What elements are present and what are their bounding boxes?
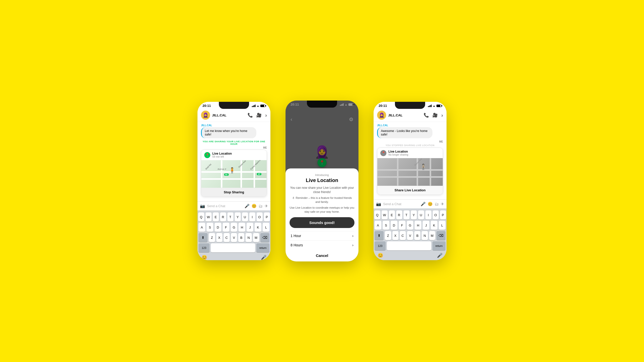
p3-key-delete[interactable]: ⌫ bbox=[436, 231, 446, 240]
video-icon[interactable]: 🎥 bbox=[256, 113, 262, 118]
key-k[interactable]: K bbox=[255, 223, 261, 232]
one-hour-option[interactable]: 1 Hour › bbox=[290, 231, 354, 240]
phone-3-input[interactable]: Send a Chat bbox=[383, 201, 419, 207]
p3-key-v[interactable]: V bbox=[407, 231, 413, 240]
phone-3-mic-icon[interactable]: 🎤 bbox=[421, 202, 426, 206]
phone-3-loc-icon[interactable]: ✈ bbox=[441, 202, 444, 206]
key-g[interactable]: G bbox=[231, 223, 237, 232]
p3-key-c[interactable]: C bbox=[400, 231, 406, 240]
phone-3-video-icon[interactable]: 🎥 bbox=[432, 113, 438, 118]
p3-key-z[interactable]: Z bbox=[385, 231, 391, 240]
key-q[interactable]: Q bbox=[198, 212, 204, 221]
p3-key-j[interactable]: J bbox=[423, 221, 429, 230]
p3-key-s[interactable]: S bbox=[383, 221, 389, 230]
phone-3-map: Ocean Ave 🧍 bbox=[377, 158, 443, 186]
p3-key-k[interactable]: K bbox=[431, 221, 437, 230]
key-m[interactable]: M bbox=[253, 233, 259, 242]
phone-1-input[interactable]: Send a Chat bbox=[207, 203, 243, 209]
key-i[interactable]: I bbox=[249, 212, 255, 221]
emoji-icon[interactable]: 😊 bbox=[252, 204, 257, 208]
p3-key-t[interactable]: T bbox=[404, 210, 410, 219]
key-w[interactable]: W bbox=[206, 212, 212, 221]
p3-key-123[interactable]: 123 bbox=[375, 241, 386, 250]
key-a[interactable]: A bbox=[198, 223, 205, 232]
p3-key-return[interactable]: return bbox=[432, 241, 446, 250]
phone-3-avatar: 🧕 bbox=[377, 111, 386, 120]
p3-key-n[interactable]: N bbox=[422, 231, 428, 240]
key-s[interactable]: S bbox=[207, 223, 213, 232]
key-e[interactable]: E bbox=[213, 212, 219, 221]
eight-hours-option[interactable]: 8 Hours › bbox=[290, 240, 354, 250]
phone-3-emoji-keyboard-icon[interactable]: 😊 bbox=[378, 253, 383, 258]
key-delete[interactable]: ⌫ bbox=[260, 233, 269, 242]
p3-key-x[interactable]: X bbox=[392, 231, 398, 240]
key-l[interactable]: L bbox=[263, 223, 269, 232]
p3-key-q[interactable]: Q bbox=[374, 210, 380, 219]
p3-key-l[interactable]: L bbox=[439, 221, 446, 230]
p3-key-g[interactable]: G bbox=[407, 221, 414, 230]
sounds-good-button[interactable]: Sounds good! bbox=[290, 217, 354, 228]
p3-key-w[interactable]: W bbox=[382, 210, 388, 219]
p3-key-d[interactable]: D bbox=[391, 221, 397, 230]
phone-1-battery bbox=[260, 105, 265, 107]
mic-icon[interactable]: 🎤 bbox=[245, 204, 250, 208]
phone-3-emoji-icon[interactable]: 😊 bbox=[428, 202, 433, 206]
key-z[interactable]: Z bbox=[209, 233, 215, 242]
p3-key-o[interactable]: O bbox=[433, 210, 439, 219]
p3-key-shift[interactable]: ⬆ bbox=[375, 231, 384, 240]
key-y[interactable]: Y bbox=[235, 212, 241, 221]
p3-key-space[interactable] bbox=[387, 241, 431, 250]
more-icon[interactable]: › bbox=[265, 112, 267, 118]
key-return[interactable]: return bbox=[256, 243, 269, 252]
key-f[interactable]: F bbox=[223, 223, 229, 232]
phone-3-more-icon[interactable]: › bbox=[441, 112, 443, 118]
key-space[interactable] bbox=[211, 243, 255, 252]
key-x[interactable]: X bbox=[216, 233, 222, 242]
map-label-shell: Shell Rd bbox=[205, 163, 212, 170]
phone-3-mic-keyboard-icon[interactable]: 🎤 bbox=[437, 253, 442, 258]
key-t[interactable]: T bbox=[227, 212, 233, 221]
p3-key-e[interactable]: E bbox=[389, 210, 395, 219]
emoji-keyboard-icon[interactable]: 😊 bbox=[202, 255, 207, 260]
key-shift[interactable]: ⬆ bbox=[198, 233, 208, 242]
key-o[interactable]: O bbox=[257, 212, 263, 221]
key-b[interactable]: B bbox=[238, 233, 244, 242]
phone-3-keyboard-row-3: ⬆ Z X C V B N M ⌫ bbox=[375, 231, 446, 240]
phone-3-call-icon[interactable]: 📞 bbox=[424, 113, 429, 118]
p3-key-r[interactable]: R bbox=[396, 210, 402, 219]
key-h[interactable]: H bbox=[238, 223, 245, 232]
p3-key-p[interactable]: P bbox=[440, 210, 446, 219]
key-n[interactable]: N bbox=[246, 233, 252, 242]
location-share-icon[interactable]: ✈ bbox=[265, 204, 268, 208]
mic-keyboard-icon[interactable]: 🎤 bbox=[261, 255, 266, 260]
cancel-button[interactable]: Cancel bbox=[286, 250, 358, 261]
p3-key-u[interactable]: U bbox=[418, 210, 424, 219]
key-d[interactable]: D bbox=[215, 223, 221, 232]
p3-key-f[interactable]: F bbox=[399, 221, 406, 230]
key-r[interactable]: R bbox=[220, 212, 226, 221]
phone-1-header: 🧕 JILL.CAL 📞 🎥 › bbox=[197, 109, 270, 122]
phone-3-camera-icon[interactable]: 📷 bbox=[376, 202, 381, 206]
phone-1-location-header: 📍 Live Location 59 min left bbox=[201, 150, 267, 160]
phone-icon[interactable]: 📞 bbox=[248, 113, 253, 118]
stop-sharing-button[interactable]: Stop Sharing bbox=[201, 188, 267, 197]
key-v[interactable]: V bbox=[231, 233, 237, 242]
p3-key-m[interactable]: M bbox=[429, 231, 435, 240]
p3-key-y[interactable]: Y bbox=[411, 210, 417, 219]
key-c[interactable]: C bbox=[224, 233, 230, 242]
key-j[interactable]: J bbox=[247, 223, 253, 232]
p3-key-i[interactable]: I bbox=[425, 210, 431, 219]
sticker-icon[interactable]: 🗂 bbox=[259, 204, 263, 208]
phone-3-sticker-icon[interactable]: 🗂 bbox=[435, 202, 439, 206]
key-u[interactable]: U bbox=[242, 212, 248, 221]
key-p[interactable]: P bbox=[264, 212, 270, 221]
p3-key-b[interactable]: B bbox=[414, 231, 420, 240]
p3-key-a[interactable]: A bbox=[375, 221, 381, 230]
phone-3-location-header: 📍 Live Location No longer sharing bbox=[377, 148, 443, 158]
phone-3-battery bbox=[436, 105, 441, 107]
camera-icon[interactable]: 📷 bbox=[200, 204, 205, 208]
share-live-location-button[interactable]: Share Live Location bbox=[377, 186, 443, 195]
phone-1-sharing-notice: YOU ARE SHARING YOUR LIVE LOCATION FOR O… bbox=[201, 140, 267, 145]
key-123[interactable]: 123 bbox=[198, 243, 210, 252]
p3-key-h[interactable]: H bbox=[415, 221, 421, 230]
